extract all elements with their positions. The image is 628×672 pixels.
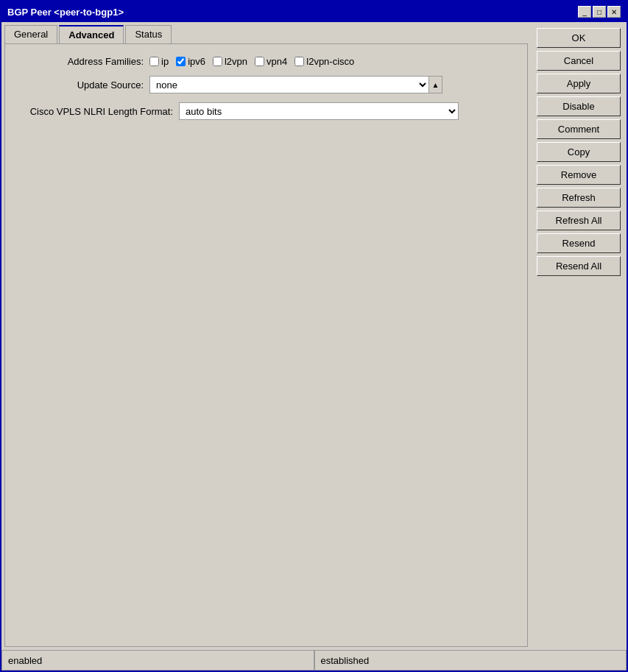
update-source-up-button[interactable]: ▲ [429, 76, 442, 93]
checkbox-l2vpn: l2vpn [213, 56, 247, 67]
status-enabled: enabled [1, 651, 314, 671]
copy-button[interactable]: Copy [537, 142, 621, 162]
update-source-label: Update Source: [17, 79, 149, 91]
ok-button[interactable]: OK [537, 28, 621, 48]
checkbox-l2vpn-cisco-input[interactable] [294, 57, 304, 66]
checkbox-vpn4: vpn4 [255, 56, 287, 67]
title-bar-controls: _ □ ✕ [578, 6, 621, 18]
tab-content-advanced: Address Families: ip ipv6 [4, 43, 528, 647]
main-area: General Advanced Status Address Families… [1, 22, 531, 650]
window-body: General Advanced Status Address Families… [1, 22, 627, 671]
title-bar: BGP Peer <peer-to-bgp1> _ □ ✕ [1, 1, 627, 22]
refresh-button[interactable]: Refresh [537, 188, 621, 208]
checkbox-ip: ip [149, 56, 169, 67]
sidebar-buttons: OK Cancel Apply Disable Comment Copy Rem… [531, 22, 627, 650]
minimize-button[interactable]: _ [578, 6, 591, 18]
checkbox-vpn4-input[interactable] [255, 57, 264, 66]
maximize-button[interactable]: □ [593, 6, 606, 18]
tab-bar: General Advanced Status [1, 22, 531, 43]
checkbox-ip-label: ip [161, 56, 169, 67]
disable-button[interactable]: Disable [537, 96, 621, 116]
status-established: established [314, 651, 627, 671]
checkbox-l2vpn-label: l2vpn [225, 56, 247, 67]
cancel-button[interactable]: Cancel [537, 51, 621, 71]
tab-status[interactable]: Status [125, 25, 172, 43]
tab-general[interactable]: General [4, 25, 57, 43]
status-bar: enabled established [1, 650, 627, 671]
checkbox-l2vpn-cisco-label: l2vpn-cisco [306, 56, 354, 67]
refresh-all-button[interactable]: Refresh All [537, 211, 621, 230]
checkbox-ipv6-label: ipv6 [188, 56, 205, 67]
checkbox-ipv6: ipv6 [176, 56, 205, 67]
address-families-row: Address Families: ip ipv6 [17, 56, 515, 67]
checkbox-vpn4-label: vpn4 [267, 56, 287, 67]
tabs-and-buttons: General Advanced Status Address Families… [1, 22, 627, 650]
cisco-vpls-row: Cisco VPLS NLRI Length Format: auto bits [17, 102, 515, 120]
window-title: BGP Peer <peer-to-bgp1> [7, 7, 124, 18]
address-families-label: Address Families: [17, 56, 149, 67]
cisco-vpls-select-container: auto bits [179, 102, 459, 120]
resend-button[interactable]: Resend [537, 233, 621, 253]
checkbox-ip-input[interactable] [149, 57, 159, 66]
update-source-row: Update Source: none ▲ [17, 76, 515, 93]
remove-button[interactable]: Remove [537, 165, 621, 185]
cisco-vpls-select[interactable]: auto bits [179, 102, 459, 120]
checkbox-ipv6-input[interactable] [176, 57, 186, 66]
close-button[interactable]: ✕ [607, 6, 621, 18]
tab-advanced[interactable]: Advanced [59, 25, 124, 43]
checkbox-l2vpn-input[interactable] [213, 57, 222, 66]
resend-all-button[interactable]: Resend All [537, 256, 621, 276]
apply-button[interactable]: Apply [537, 74, 621, 93]
checkbox-l2vpn-cisco: l2vpn-cisco [294, 56, 354, 67]
comment-button[interactable]: Comment [537, 119, 621, 139]
update-source-select[interactable]: none [149, 76, 429, 93]
main-window: BGP Peer <peer-to-bgp1> _ □ ✕ General Ad… [0, 0, 628, 672]
cisco-vpls-label: Cisco VPLS NLRI Length Format: [17, 106, 179, 117]
address-families-checkboxes: ip ipv6 l2vpn [149, 56, 354, 67]
update-source-select-container: none ▲ [149, 76, 442, 93]
